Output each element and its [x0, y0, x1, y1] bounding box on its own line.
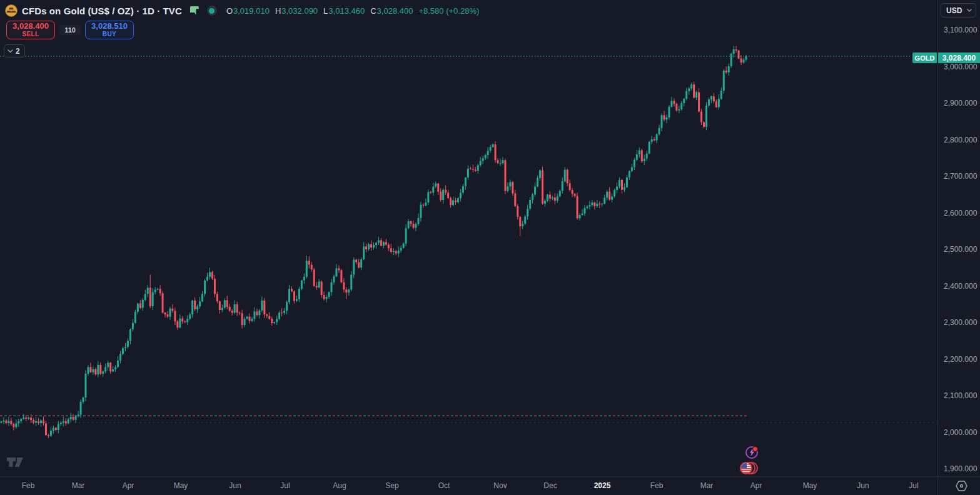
price-tick: 2,900.000	[944, 99, 977, 108]
time-tick: Mar	[72, 481, 85, 490]
time-tick: Feb	[650, 481, 664, 490]
time-tick: Aug	[333, 481, 346, 490]
time-tick: Jul	[909, 481, 918, 490]
time-tick: Mar	[700, 481, 714, 490]
market-status-icon	[207, 6, 217, 16]
ohlc-o: O3,019.010	[226, 6, 270, 16]
time-tick: Dec	[543, 481, 557, 490]
time-tick: Apr	[123, 481, 134, 490]
buy-button[interactable]: 3,028.510 BUY	[85, 21, 134, 39]
price-tick: 2,300.000	[944, 318, 977, 327]
earnings-events-icon[interactable]	[745, 446, 758, 459]
time-tick: Apr	[750, 481, 762, 490]
ohlc-values: O3,019.010H3,032.090L3,013.460C3,028.400…	[226, 6, 479, 16]
chart-style-icon	[190, 6, 199, 15]
object-tree-button[interactable]: 2	[4, 44, 25, 58]
symbol-title[interactable]: CFDs on Gold (US$ / OZ) · 1D · TVC	[22, 6, 182, 16]
time-tick: Jun	[229, 481, 241, 490]
spread-value: 110	[59, 25, 81, 35]
candlestick-chart	[0, 0, 937, 476]
time-tick: Nov	[493, 481, 507, 490]
time-tick: Feb	[22, 481, 35, 490]
time-tick: Jul	[280, 481, 290, 490]
sell-label: SELL	[22, 31, 39, 38]
time-tick: Jun	[857, 481, 869, 490]
notification-dot	[752, 446, 758, 452]
ohlc-c: C3,028.400	[370, 6, 413, 16]
change-value: +8.580 (+0.28%)	[418, 6, 479, 16]
chart-pane[interactable]	[0, 0, 937, 476]
time-tick: May	[803, 481, 817, 490]
sell-price: 3,028.400	[13, 22, 49, 31]
price-tick: 2,800.000	[944, 136, 977, 144]
chevron-down-icon	[8, 49, 13, 53]
gold-coin-icon	[5, 4, 18, 17]
time-tick: May	[174, 481, 188, 490]
ohlc-l: L3,013.460	[323, 6, 365, 16]
axis-corner-divider	[937, 477, 938, 495]
chevron-down-icon	[967, 9, 972, 12]
price-tick: 2,400.000	[944, 282, 977, 291]
price-tick: 3,000.000	[944, 62, 977, 71]
sell-button[interactable]: 3,028.400 SELL	[6, 21, 55, 39]
time-axis[interactable]: FebMarAprMayJunJulAugSepOctNovDec2025Feb…	[0, 476, 980, 495]
price-tick: 1,900.000	[944, 464, 977, 473]
last-price-tag: 3,028.400	[938, 52, 980, 63]
buy-price: 3,028.510	[91, 22, 128, 31]
currency-label: USD	[946, 6, 962, 15]
trade-panel: 3,028.400 SELL 110 3,028.510 BUY	[6, 21, 134, 39]
price-tick: 2,200.000	[944, 355, 977, 364]
time-tick: Sep	[385, 481, 398, 490]
gear-icon[interactable]	[955, 479, 967, 492]
price-tick: 2,000.000	[944, 428, 977, 437]
tradingview-chart-widget: CFDs on Gold (US$ / OZ) · 1D · TVC O3,01…	[0, 0, 980, 495]
currency-selector[interactable]: USD	[941, 3, 976, 18]
price-tick: 2,500.000	[944, 245, 977, 254]
time-tick: 2025	[594, 481, 611, 490]
tradingview-logo[interactable]	[6, 457, 26, 472]
price-tick: 2,600.000	[944, 209, 977, 218]
price-tick: 2,700.000	[944, 172, 977, 181]
last-price-symbol-tag: GOLD	[912, 52, 937, 63]
symbol-header: CFDs on Gold (US$ / OZ) · 1D · TVC O3,01…	[5, 3, 479, 18]
price-tick: 3,100.000	[944, 26, 977, 34]
price-tick: 2,100.000	[944, 391, 977, 400]
price-axis[interactable]: 3,100.0003,000.0002,900.0002,800.0002,70…	[937, 0, 980, 476]
buy-label: BUY	[103, 31, 116, 38]
object-tree-count: 2	[16, 47, 20, 56]
us-economic-events-icon[interactable]	[740, 462, 759, 475]
us-flag-icon	[740, 462, 752, 474]
time-tick: Oct	[438, 481, 450, 490]
ohlc-h: H3,032.090	[275, 6, 318, 16]
